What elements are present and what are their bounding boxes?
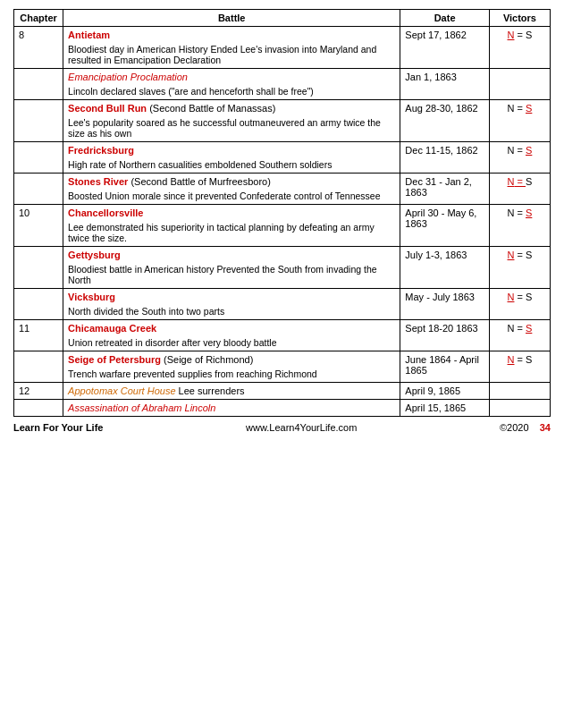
battle-title: Stones River	[68, 176, 128, 187]
header-chapter: Chapter	[14, 10, 63, 27]
cell-victors	[489, 400, 550, 417]
battle-description: Union retreated in disorder after very b…	[68, 337, 395, 348]
table-row: Assassination of Abraham LincolnApril 15…	[14, 400, 551, 417]
cell-battle: GettysburgBloodiest battle in American h…	[63, 247, 400, 289]
victor-s: S	[526, 354, 532, 365]
cell-battle: Emancipation ProclamationLincoln declare…	[63, 69, 400, 100]
cell-chapter	[14, 400, 63, 417]
cell-chapter	[14, 142, 63, 174]
battle-description: Trench warfare prevented supplies from r…	[68, 368, 395, 379]
battle-title: Gettysburg	[68, 250, 121, 260]
victor-s: S	[526, 103, 532, 114]
cell-date: Aug 28-30, 1862	[400, 100, 490, 142]
victor-s: S	[526, 145, 532, 156]
cell-victors: N = S	[489, 320, 550, 351]
cell-victors: N = S	[489, 100, 550, 142]
cell-date: July 1-3, 1863	[400, 247, 490, 289]
cell-battle: Chicamauga CreekUnion retreated in disor…	[63, 320, 400, 351]
battle-description: Boosted Union morale since it prevented …	[68, 190, 395, 201]
battle-description: North divided the South into two parts	[68, 306, 395, 317]
cell-battle: ChancellorsvilleLee demonstrated his sup…	[63, 205, 400, 247]
cell-date: Sept 17, 1862	[400, 27, 490, 69]
battle-title: Emancipation Proclamation	[68, 72, 188, 82]
victor-s: S	[526, 292, 532, 302]
cell-victors	[489, 69, 550, 100]
table-row: Emancipation ProclamationLincoln declare…	[14, 69, 551, 100]
cell-victors	[489, 383, 550, 400]
header-victors: Victors	[489, 10, 550, 27]
victor-s: S	[526, 30, 532, 40]
footer-copy: ©2020	[500, 422, 529, 433]
battle-description: High rate of Northern casualities embold…	[68, 159, 395, 170]
victor-s: S	[526, 207, 532, 218]
battle-title: Second Bull Run	[68, 103, 147, 114]
cell-battle: Seige of Petersburg (Seige of Richmond)T…	[63, 351, 400, 383]
cell-battle: FredricksburgHigh rate of Northern casua…	[63, 142, 400, 174]
cell-chapter	[14, 351, 63, 383]
table-row: GettysburgBloodiest battle in American h…	[14, 247, 551, 289]
footer: Learn For Your Life www.Learn4YourLife.c…	[13, 422, 551, 433]
cell-date: May - July 1863	[400, 289, 490, 320]
cell-victors: N = S	[489, 205, 550, 247]
battle-subtitle: (Seige of Richmond)	[161, 354, 253, 365]
cell-date: Dec 31 - Jan 2, 1863	[400, 174, 490, 205]
cell-chapter: 12	[14, 383, 63, 400]
victor-eq: =	[514, 323, 526, 334]
battle-title: Chancellorsville	[68, 207, 143, 218]
victor-eq: =	[514, 145, 526, 156]
table-row: 8AntietamBloodiest day in American Histo…	[14, 27, 551, 69]
battle-description: Lincoln declared slaves ("are and hencef…	[68, 86, 395, 97]
cell-victors: N = S	[489, 247, 550, 289]
battle-description: Bloodiest battle in American history Pre…	[68, 264, 395, 285]
footer-center: www.Learn4YourLife.com	[246, 422, 357, 433]
cell-chapter	[14, 174, 63, 205]
cell-chapter	[14, 247, 63, 289]
cell-chapter: 8	[14, 27, 63, 69]
victor-eq: =	[514, 354, 526, 365]
battle-description: Lee's popularity soared as he successful…	[68, 117, 395, 139]
battle-subtitle: (Second Battle of Manassas)	[147, 103, 275, 114]
battle-title: Seige of Petersburg	[68, 354, 161, 365]
cell-date: June 1864 - April 1865	[400, 351, 490, 383]
victor-eq: =	[514, 207, 526, 218]
cell-date: Sept 18-20 1863	[400, 320, 490, 351]
victor-eq: =	[514, 250, 526, 260]
cell-victors: N = S	[489, 289, 550, 320]
cell-victors: N = S	[489, 351, 550, 383]
victor-eq: =	[514, 176, 526, 187]
battle-title: Fredricksburg	[68, 145, 134, 156]
cell-date: April 9, 1865	[400, 383, 490, 400]
battle-description: Bloodiest day in American History Ended …	[68, 44, 395, 65]
table-row: Seige of Petersburg (Seige of Richmond)T…	[14, 351, 551, 383]
battle-title: Antietam	[68, 30, 110, 40]
battle-description: Lee demonstrated his superiority in tact…	[68, 222, 395, 243]
victor-s: S	[526, 250, 532, 260]
table-row: 12Appotomax Court House Lee surrendersAp…	[14, 383, 551, 400]
cell-chapter	[14, 100, 63, 142]
cell-date: April 15, 1865	[400, 400, 490, 417]
cell-chapter	[14, 289, 63, 320]
cell-victors: N = S	[489, 174, 550, 205]
victor-s: S	[526, 176, 532, 187]
table-row: Second Bull Run (Second Battle of Manass…	[14, 100, 551, 142]
table-row: FredricksburgHigh rate of Northern casua…	[14, 142, 551, 174]
table-row: 11Chicamauga CreekUnion retreated in dis…	[14, 320, 551, 351]
victor-eq: =	[514, 292, 526, 302]
cell-battle: Assassination of Abraham Lincoln	[63, 400, 400, 417]
battle-title: Chicamauga Creek	[68, 323, 156, 334]
header-battle: Battle	[63, 10, 400, 27]
cell-victors: N = S	[489, 27, 550, 69]
cell-battle: Appotomax Court House Lee surrenders	[63, 383, 400, 400]
victor-eq: =	[514, 103, 526, 114]
victor-s: S	[526, 323, 532, 334]
battle-title: Appotomax Court House	[68, 385, 175, 396]
table-row: VicksburgNorth divided the South into tw…	[14, 289, 551, 320]
cell-chapter: 10	[14, 205, 63, 247]
header-date: Date	[400, 10, 490, 27]
cell-chapter	[14, 69, 63, 100]
cell-battle: Second Bull Run (Second Battle of Manass…	[63, 100, 400, 142]
table-row: Stones River (Second Battle of Murfreesb…	[14, 174, 551, 205]
victor-eq: =	[514, 30, 526, 40]
battle-subtitle: Lee surrenders	[176, 385, 245, 396]
footer-page: 34	[540, 422, 551, 433]
